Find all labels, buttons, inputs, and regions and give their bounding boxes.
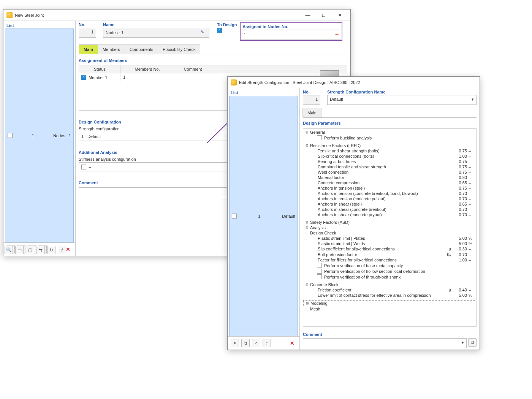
col-status: Status bbox=[79, 65, 121, 73]
stiffness-checkbox[interactable] bbox=[81, 165, 86, 169]
config-main-panel: No. 1 Strength Configuration Name Defaul… bbox=[300, 88, 480, 350]
window-title: New Steel Joint bbox=[15, 13, 44, 17]
param-row[interactable]: Anchors in tension (steel)0.75-- bbox=[303, 185, 476, 191]
comment-label: Comment bbox=[303, 332, 477, 337]
param-row[interactable]: Slip-critical connections (bolts)1.00-- bbox=[303, 154, 476, 159]
group-concrete-block[interactable]: Concrete Block bbox=[309, 282, 475, 287]
checkbox-icon[interactable] bbox=[232, 214, 237, 218]
titlebar[interactable]: New Steel Joint — □ ✕ bbox=[3, 10, 350, 21]
tool-icon-1[interactable]: 🔍 bbox=[5, 246, 13, 254]
design-parameters-tree[interactable]: ⊟General Perform buckling analysis ⊟Resi… bbox=[303, 128, 477, 327]
param-checkbox[interactable] bbox=[317, 274, 322, 279]
tool-icon-6[interactable]: f bbox=[58, 246, 66, 254]
tab-members[interactable]: Members bbox=[98, 44, 125, 54]
to-design-checkbox[interactable] bbox=[217, 28, 222, 33]
titlebar[interactable]: Edit Strength Configuration | Steel Join… bbox=[228, 77, 480, 88]
tab-bar: Main Members Components Plausibility Che… bbox=[79, 44, 347, 54]
minimize-button[interactable]: — bbox=[300, 11, 315, 20]
list-item[interactable]: 1 Default bbox=[229, 96, 298, 336]
no-input[interactable]: 1 bbox=[79, 28, 96, 38]
no-label: No. bbox=[79, 22, 100, 27]
left-list-panel: List 1 Nodes : 1 ✦ ⧉ ✓ ↕ ✕ bbox=[3, 21, 76, 256]
tool-icon-5[interactable]: ↻ bbox=[47, 246, 55, 254]
comment-input[interactable]: ▾ bbox=[303, 338, 467, 348]
tool-icon-4[interactable]: ⇆ bbox=[36, 246, 45, 254]
group-general[interactable]: General bbox=[309, 130, 475, 135]
view-toolbar: 🔍 ▭ ▢ ⇆ ↻ f bbox=[3, 245, 71, 255]
chevron-down-icon: ▾ bbox=[462, 340, 464, 346]
param-row[interactable]: Plastic strain limit | Welds5.00% bbox=[303, 241, 476, 246]
assigned-input[interactable]: 1 ✛ bbox=[241, 30, 341, 40]
group-design-check[interactable]: Design Check bbox=[309, 231, 475, 235]
edit-name-icon[interactable]: ✎ bbox=[201, 30, 207, 36]
param-row[interactable]: Material factor0.90-- bbox=[303, 175, 476, 180]
config-name-input[interactable]: Default ▾ bbox=[327, 95, 477, 105]
param-check-row[interactable]: Perform verification of through-bolt sha… bbox=[303, 274, 476, 280]
param-row[interactable]: Weld connection0.75-- bbox=[303, 169, 476, 175]
member-checkbox[interactable] bbox=[81, 75, 86, 80]
param-row[interactable]: Tensile and shear strength (bolts)0.75-- bbox=[303, 148, 476, 154]
chevron-down-icon: ▾ bbox=[472, 97, 474, 103]
assignment-members-label: Assignment of Members bbox=[79, 58, 347, 63]
checkbox-icon[interactable] bbox=[8, 133, 13, 138]
window-title: Edit Strength Configuration | Steel Join… bbox=[239, 80, 360, 85]
param-row[interactable]: Friction coefficientμ0.40-- bbox=[303, 287, 476, 293]
assigned-nodes-block: Assigned to Nodes No. 1 ✛ bbox=[240, 22, 342, 41]
param-checkbox[interactable] bbox=[317, 269, 322, 274]
delete-icon[interactable]: ✕ bbox=[288, 339, 296, 347]
config-list-panel: List 1 Default ✦ ⧉ ✓ ↕ ✕ bbox=[228, 88, 300, 350]
param-row[interactable]: Anchors in shear (concrete breakout)0.70… bbox=[303, 207, 476, 212]
param-row[interactable]: Bearing at bolt holes0.75-- bbox=[303, 159, 476, 164]
app-icon bbox=[231, 79, 237, 86]
param-row[interactable]: Concrete compression0.65-- bbox=[303, 180, 476, 185]
pick-node-icon[interactable]: ✛ bbox=[335, 32, 339, 37]
sort-icon[interactable]: ↕ bbox=[263, 339, 271, 347]
to-design-label: To Design bbox=[217, 22, 237, 27]
assigned-label: Assigned to Nodes No. bbox=[241, 24, 341, 29]
list-item[interactable]: 1 Nodes : 1 bbox=[5, 28, 74, 242]
param-check-row[interactable]: Perform verification of hollow section l… bbox=[303, 268, 476, 274]
param-row[interactable]: Combined tensile and shear strength0.75-… bbox=[303, 164, 476, 169]
maximize-button[interactable]: □ bbox=[316, 11, 331, 20]
close-button[interactable]: ✕ bbox=[332, 11, 347, 20]
comment-copy-icon[interactable]: ⧉ bbox=[468, 338, 477, 347]
name-input[interactable]: Nodes : 1 ✎ bbox=[103, 28, 209, 38]
tool-icon-3[interactable]: ▢ bbox=[26, 246, 34, 254]
col-comment: Comment bbox=[174, 65, 212, 73]
tool-icon-2[interactable]: ▭ bbox=[15, 246, 24, 254]
app-icon bbox=[6, 12, 13, 18]
tab-plausibility[interactable]: Plausibility Check bbox=[158, 44, 200, 54]
group-modeling[interactable]: Modeling bbox=[310, 301, 474, 306]
list-header: List bbox=[3, 21, 75, 28]
group-mesh[interactable]: Mesh bbox=[309, 307, 475, 311]
param-row[interactable]: Slip coefficient for slip-critical conne… bbox=[303, 246, 476, 252]
no-input[interactable]: 1 bbox=[303, 95, 320, 105]
param-checkbox[interactable] bbox=[317, 263, 322, 268]
new-icon[interactable]: ✦ bbox=[231, 339, 239, 347]
design-config-label: Design Configuration bbox=[79, 120, 121, 124]
param-row[interactable]: Lower limit of contact stress for effect… bbox=[303, 293, 476, 298]
param-row[interactable]: Bolt pretension factorkₚ0.70-- bbox=[303, 252, 476, 257]
tab-components[interactable]: Components bbox=[125, 44, 158, 54]
param-row[interactable]: Factor for fillers for slip-critical con… bbox=[303, 257, 476, 263]
param-row[interactable]: Anchors in shear (steel)0.65-- bbox=[303, 201, 476, 207]
list-item-no: 1 bbox=[32, 133, 34, 138]
param-row[interactable]: Anchors in tension (concrete pullout)0.7… bbox=[303, 196, 476, 201]
copy-icon[interactable]: ⧉ bbox=[241, 339, 250, 347]
param-row[interactable]: Plastic strain limit | Plates5.00% bbox=[303, 236, 476, 241]
list-footer-toolbar: ✦ ⧉ ✓ ↕ ✕ bbox=[228, 336, 299, 350]
design-parameters-label: Design Parameters bbox=[303, 121, 477, 125]
edit-strength-config-window: Edit Strength Configuration | Steel Join… bbox=[227, 76, 480, 350]
name-label: Name bbox=[103, 22, 209, 27]
param-row[interactable]: Anchors in shear (concrete pryout)0.70-- bbox=[303, 212, 476, 217]
check-icon[interactable]: ✓ bbox=[252, 339, 260, 347]
tab-main[interactable]: Main bbox=[302, 108, 321, 117]
param-check-row[interactable]: Perform verification of base metal capac… bbox=[303, 263, 476, 268]
perform-buckling-checkbox[interactable] bbox=[317, 135, 322, 140]
param-row[interactable]: Anchors in tension (concrete breakout, b… bbox=[303, 191, 476, 196]
no-label: No. bbox=[303, 90, 324, 94]
group-safety-factors[interactable]: Safety Factors (ASD) bbox=[309, 220, 475, 225]
group-analysis[interactable]: Analysis bbox=[309, 225, 475, 230]
group-resistance-factors[interactable]: Resistance Factors (LRFD) bbox=[309, 143, 475, 148]
tab-main[interactable]: Main bbox=[79, 44, 98, 54]
